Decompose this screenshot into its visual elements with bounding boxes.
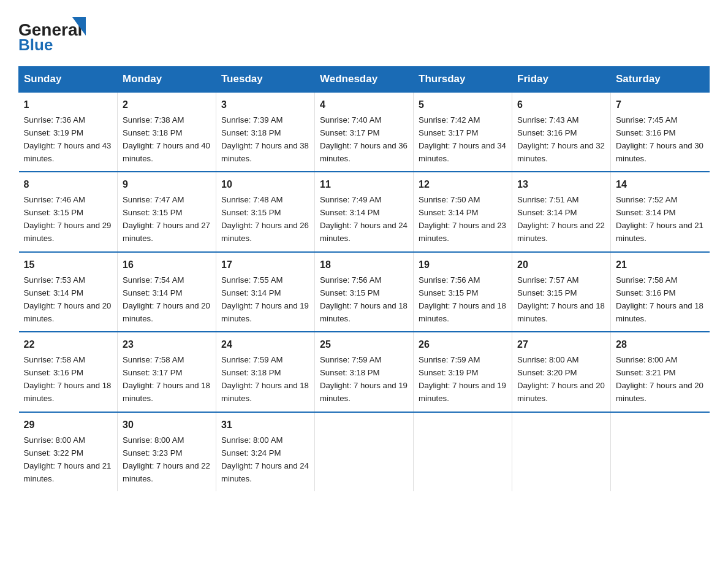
sunrise: Sunrise: 8:00 AM bbox=[616, 355, 677, 364]
day-number: 26 bbox=[419, 337, 507, 353]
daylight: Daylight: 7 hours and 38 minutes. bbox=[221, 141, 309, 163]
day-header-sunday: Sunday bbox=[19, 67, 118, 93]
calendar-cell: 30Sunrise: 8:00 AMSunset: 3:23 PMDayligh… bbox=[118, 412, 216, 491]
daylight: Daylight: 7 hours and 18 minutes. bbox=[320, 301, 408, 323]
day-number: 2 bbox=[123, 98, 211, 113]
day-number: 19 bbox=[419, 258, 507, 273]
calendar-cell: 4Sunrise: 7:40 AMSunset: 3:17 PMDaylight… bbox=[315, 92, 414, 172]
sunrise: Sunrise: 7:50 AM bbox=[419, 195, 480, 204]
sunrise: Sunrise: 7:56 AM bbox=[419, 275, 480, 285]
daylight: Daylight: 7 hours and 23 minutes. bbox=[419, 221, 506, 243]
day-number: 13 bbox=[517, 177, 605, 193]
sunrise: Sunrise: 7:49 AM bbox=[320, 195, 381, 204]
sunrise: Sunrise: 7:47 AM bbox=[123, 195, 184, 204]
calendar-cell: 1Sunrise: 7:36 AMSunset: 3:19 PMDaylight… bbox=[19, 92, 118, 172]
day-number: 16 bbox=[123, 258, 211, 273]
calendar-header-row: SundayMondayTuesdayWednesdayThursdayFrid… bbox=[19, 67, 710, 93]
sunset: Sunset: 3:14 PM bbox=[616, 208, 676, 217]
page-header: General Blue bbox=[18, 12, 710, 55]
sunset: Sunset: 3:16 PM bbox=[24, 368, 84, 377]
daylight: Daylight: 7 hours and 22 minutes. bbox=[517, 221, 605, 243]
daylight: Daylight: 7 hours and 20 minutes. bbox=[616, 381, 703, 403]
calendar-cell bbox=[414, 412, 512, 491]
sunrise: Sunrise: 7:40 AM bbox=[320, 115, 381, 124]
day-number: 3 bbox=[221, 98, 309, 113]
sunrise: Sunrise: 7:42 AM bbox=[419, 115, 480, 124]
sunset: Sunset: 3:19 PM bbox=[24, 128, 84, 137]
sunset: Sunset: 3:15 PM bbox=[123, 208, 183, 217]
sunset: Sunset: 3:24 PM bbox=[221, 448, 281, 458]
day-number: 5 bbox=[419, 98, 507, 113]
day-number: 8 bbox=[24, 177, 113, 193]
sunset: Sunset: 3:18 PM bbox=[221, 128, 281, 137]
calendar-cell: 2Sunrise: 7:38 AMSunset: 3:18 PMDaylight… bbox=[118, 92, 216, 172]
sunset: Sunset: 3:19 PM bbox=[419, 368, 479, 377]
day-number: 7 bbox=[616, 98, 705, 113]
calendar-cell: 14Sunrise: 7:52 AMSunset: 3:14 PMDayligh… bbox=[611, 172, 710, 251]
sunrise: Sunrise: 7:54 AM bbox=[123, 275, 184, 285]
sunset: Sunset: 3:17 PM bbox=[123, 368, 183, 377]
sunset: Sunset: 3:15 PM bbox=[221, 208, 281, 217]
calendar-cell: 6Sunrise: 7:43 AMSunset: 3:16 PMDaylight… bbox=[512, 92, 611, 172]
sunrise: Sunrise: 8:00 AM bbox=[221, 435, 282, 445]
svg-text:Blue: Blue bbox=[18, 36, 53, 54]
calendar-cell: 18Sunrise: 7:56 AMSunset: 3:15 PMDayligh… bbox=[315, 252, 414, 332]
calendar-cell: 24Sunrise: 7:59 AMSunset: 3:18 PMDayligh… bbox=[216, 332, 315, 412]
calendar-cell: 23Sunrise: 7:58 AMSunset: 3:17 PMDayligh… bbox=[118, 332, 216, 412]
calendar-cell: 26Sunrise: 7:59 AMSunset: 3:19 PMDayligh… bbox=[414, 332, 512, 412]
day-number: 28 bbox=[616, 337, 705, 353]
day-number: 30 bbox=[123, 418, 211, 433]
calendar-cell: 5Sunrise: 7:42 AMSunset: 3:17 PMDaylight… bbox=[414, 92, 512, 172]
daylight: Daylight: 7 hours and 24 minutes. bbox=[221, 461, 309, 483]
daylight: Daylight: 7 hours and 22 minutes. bbox=[123, 461, 210, 483]
day-number: 31 bbox=[221, 418, 309, 433]
day-number: 21 bbox=[616, 258, 705, 273]
daylight: Daylight: 7 hours and 20 minutes. bbox=[123, 301, 210, 323]
daylight: Daylight: 7 hours and 21 minutes. bbox=[616, 221, 703, 243]
daylight: Daylight: 7 hours and 24 minutes. bbox=[320, 221, 408, 243]
daylight: Daylight: 7 hours and 18 minutes. bbox=[24, 381, 112, 403]
daylight: Daylight: 7 hours and 43 minutes. bbox=[24, 141, 112, 163]
daylight: Daylight: 7 hours and 20 minutes. bbox=[517, 381, 605, 403]
daylight: Daylight: 7 hours and 18 minutes. bbox=[123, 381, 210, 403]
calendar-week-row: 1Sunrise: 7:36 AMSunset: 3:19 PMDaylight… bbox=[19, 92, 710, 172]
daylight: Daylight: 7 hours and 18 minutes. bbox=[419, 301, 506, 323]
calendar-cell: 20Sunrise: 7:57 AMSunset: 3:15 PMDayligh… bbox=[512, 252, 611, 332]
day-number: 24 bbox=[221, 337, 309, 353]
sunrise: Sunrise: 7:53 AM bbox=[24, 275, 85, 285]
sunset: Sunset: 3:21 PM bbox=[616, 368, 676, 377]
daylight: Daylight: 7 hours and 18 minutes. bbox=[221, 381, 309, 403]
sunset: Sunset: 3:14 PM bbox=[123, 288, 183, 297]
sunrise: Sunrise: 7:36 AM bbox=[24, 115, 85, 124]
calendar-week-row: 29Sunrise: 8:00 AMSunset: 3:22 PMDayligh… bbox=[19, 412, 710, 491]
day-number: 23 bbox=[123, 337, 211, 353]
day-header-saturday: Saturday bbox=[611, 67, 710, 93]
day-number: 18 bbox=[320, 258, 408, 273]
day-number: 15 bbox=[24, 258, 113, 273]
calendar-cell: 21Sunrise: 7:58 AMSunset: 3:16 PMDayligh… bbox=[611, 252, 710, 332]
sunrise: Sunrise: 8:00 AM bbox=[517, 355, 578, 364]
sunset: Sunset: 3:14 PM bbox=[419, 208, 479, 217]
sunrise: Sunrise: 7:58 AM bbox=[24, 355, 85, 364]
calendar-cell: 7Sunrise: 7:45 AMSunset: 3:16 PMDaylight… bbox=[611, 92, 710, 172]
sunrise: Sunrise: 7:58 AM bbox=[123, 355, 184, 364]
sunrise: Sunrise: 7:48 AM bbox=[221, 195, 282, 204]
daylight: Daylight: 7 hours and 19 minutes. bbox=[419, 381, 506, 403]
sunset: Sunset: 3:17 PM bbox=[419, 128, 479, 137]
daylight: Daylight: 7 hours and 26 minutes. bbox=[221, 221, 309, 243]
sunset: Sunset: 3:15 PM bbox=[517, 288, 577, 297]
sunrise: Sunrise: 8:00 AM bbox=[24, 435, 85, 445]
sunset: Sunset: 3:15 PM bbox=[320, 288, 380, 297]
daylight: Daylight: 7 hours and 34 minutes. bbox=[419, 141, 506, 163]
sunrise: Sunrise: 7:56 AM bbox=[320, 275, 381, 285]
day-header-tuesday: Tuesday bbox=[216, 67, 315, 93]
sunrise: Sunrise: 7:58 AM bbox=[616, 275, 677, 285]
sunset: Sunset: 3:16 PM bbox=[616, 288, 676, 297]
sunset: Sunset: 3:14 PM bbox=[517, 208, 577, 217]
calendar-cell bbox=[315, 412, 414, 491]
sunrise: Sunrise: 7:59 AM bbox=[320, 355, 381, 364]
day-header-friday: Friday bbox=[512, 67, 611, 93]
day-number: 25 bbox=[320, 337, 408, 353]
sunrise: Sunrise: 7:51 AM bbox=[517, 195, 578, 204]
sunset: Sunset: 3:14 PM bbox=[221, 288, 281, 297]
